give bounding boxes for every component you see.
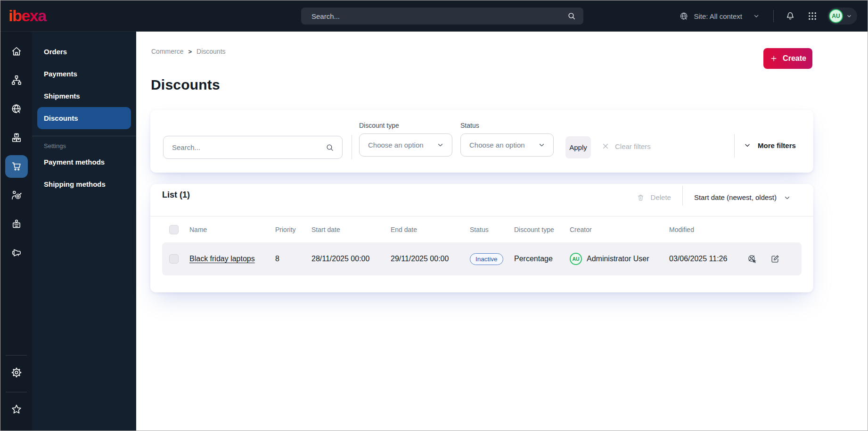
- submenu-item-payments[interactable]: Payments: [37, 63, 131, 85]
- breadcrumb-separator: >: [188, 48, 192, 55]
- filter-search-input[interactable]: [164, 143, 325, 151]
- discounts-list-card: List (1) Delete Start date (newest, olde…: [150, 184, 813, 292]
- rail-divider: [6, 392, 27, 392]
- creator-avatar: AU: [570, 253, 582, 265]
- sidebar-item-content[interactable]: [5, 69, 28, 91]
- sidebar-item-site[interactable]: [5, 98, 28, 120]
- discount-type-value: Choose an option: [368, 141, 424, 149]
- user-menu[interactable]: AU: [827, 8, 857, 25]
- commerce-cart-icon: [10, 160, 23, 173]
- discount-type-label: Discount type: [359, 122, 452, 129]
- sort-selector[interactable]: Start date (newest, oldest): [694, 192, 802, 203]
- site-globe-icon: [679, 11, 689, 21]
- avatar: AU: [829, 9, 843, 23]
- discount-name-link[interactable]: Black friday laptops: [189, 255, 255, 263]
- column-end-date: End date: [388, 226, 467, 233]
- select-all-checkbox[interactable]: [169, 225, 179, 234]
- row-actions: [742, 254, 802, 265]
- main-content: Commerce > Discounts Create Discounts Di…: [136, 32, 868, 431]
- discount-priority: 8: [275, 255, 308, 263]
- global-search-input[interactable]: [301, 12, 567, 20]
- commerce-submenu: Orders Payments Shipments Discounts Sett…: [32, 32, 136, 431]
- site-context-selector[interactable]: Site: All context: [679, 11, 760, 21]
- submenu-item-orders[interactable]: Orders: [37, 41, 131, 63]
- status-filter: Status Choose an option: [460, 122, 554, 157]
- create-button-label: Create: [783, 54, 806, 63]
- breadcrumb-commerce[interactable]: Commerce: [151, 48, 183, 55]
- chevron-down-icon: [436, 141, 444, 149]
- chevron-down-icon: [538, 141, 546, 149]
- more-filters-label: More filters: [758, 141, 796, 149]
- chevron-down-icon: [743, 141, 752, 149]
- status-value: Choose an option: [469, 141, 525, 149]
- filter-divider: [734, 134, 735, 157]
- chevron-down-icon: [846, 13, 852, 19]
- sidebar-item-personalization[interactable]: [5, 184, 28, 207]
- ibexa-admin-app: ibexa Site: All context: [0, 0, 868, 431]
- topbar-right: Site: All context AU: [679, 0, 868, 32]
- discount-type-select[interactable]: Choose an option: [359, 133, 452, 157]
- corporate-badge-icon: [10, 218, 23, 230]
- delete-label: Delete: [651, 192, 671, 203]
- submenu-item-shipping-methods[interactable]: Shipping methods: [37, 173, 131, 195]
- submenu-divider: [32, 136, 136, 136]
- sidebar-item-commerce[interactable]: [5, 155, 28, 178]
- creator-name: Administrator User: [587, 255, 649, 263]
- home-icon: [10, 45, 23, 58]
- global-search[interactable]: [301, 8, 583, 25]
- site-context-label: Site: All context: [694, 12, 742, 20]
- discount-start-date: 28/11/2025 00:00: [308, 255, 388, 263]
- breadcrumb-discounts[interactable]: Discounts: [197, 48, 225, 55]
- sidebar-item-corporate[interactable]: [5, 213, 28, 235]
- sidebar-item-products[interactable]: [5, 126, 28, 149]
- submenu-item-shipments[interactable]: Shipments: [37, 85, 131, 107]
- site-cursor-globe-icon: [10, 103, 23, 115]
- sidebar-item-admin-settings[interactable]: [5, 361, 28, 384]
- apply-button[interactable]: Apply: [565, 136, 591, 158]
- sidebar-item-bookmarks[interactable]: [5, 398, 28, 421]
- breadcrumb: Commerce > Discounts: [151, 48, 226, 55]
- column-priority: Priority: [275, 226, 308, 233]
- create-button[interactable]: Create: [763, 48, 812, 69]
- table-header-row: Name Priority Start date End date Status…: [150, 216, 813, 242]
- status-label: Status: [460, 122, 554, 129]
- column-status: Status: [467, 226, 512, 233]
- delete-button[interactable]: Delete: [636, 192, 671, 203]
- table-row: Black friday laptops 8 28/11/2025 00:00 …: [162, 242, 802, 275]
- list-header: List (1) Delete Start date (newest, olde…: [150, 184, 813, 216]
- list-header-divider: [682, 186, 683, 206]
- rail-bottom-group: [5, 353, 28, 431]
- products-boxes-icon: [10, 132, 23, 144]
- bookmarks-star-icon: [10, 403, 23, 415]
- logo-text: ibexa: [8, 7, 47, 25]
- more-filters-button[interactable]: More filters: [743, 141, 796, 149]
- sidebar-item-marketing[interactable]: [5, 241, 28, 264]
- sidebar-item-dashboard[interactable]: [5, 40, 28, 63]
- discount-type-value: Percentage: [512, 255, 567, 263]
- sitemap-icon: [10, 74, 23, 86]
- discount-disable-icon[interactable]: [747, 254, 758, 265]
- discount-end-date: 29/11/2025 00:00: [388, 255, 467, 263]
- edit-icon[interactable]: [770, 254, 780, 264]
- ibexa-logo[interactable]: ibexa: [8, 6, 60, 26]
- column-modified: Modified: [666, 226, 742, 233]
- search-icon[interactable]: [567, 11, 576, 21]
- notifications-bell-icon[interactable]: [785, 11, 795, 21]
- submenu-item-discounts[interactable]: Discounts: [37, 107, 131, 129]
- status-select[interactable]: Choose an option: [460, 133, 554, 157]
- topbar-divider: [773, 10, 774, 22]
- main-nav-rail: [0, 32, 32, 431]
- column-start-date: Start date: [308, 226, 388, 233]
- clear-filters-button[interactable]: Clear filters: [601, 142, 651, 150]
- app-grid-icon[interactable]: [808, 11, 817, 21]
- submenu-section-label: Settings: [44, 142, 136, 149]
- personalization-target-icon: [10, 189, 23, 201]
- discount-modified: 03/06/2025 11:26: [666, 255, 742, 263]
- filter-search[interactable]: [163, 136, 343, 159]
- row-checkbox[interactable]: [169, 254, 179, 264]
- submenu-item-payment-methods[interactable]: Payment methods: [37, 151, 131, 173]
- chevron-down-icon: [783, 194, 791, 202]
- filter-divider: [352, 135, 352, 159]
- filters-card: Discount type Choose an option Status Ch…: [150, 110, 813, 173]
- search-icon[interactable]: [325, 143, 335, 152]
